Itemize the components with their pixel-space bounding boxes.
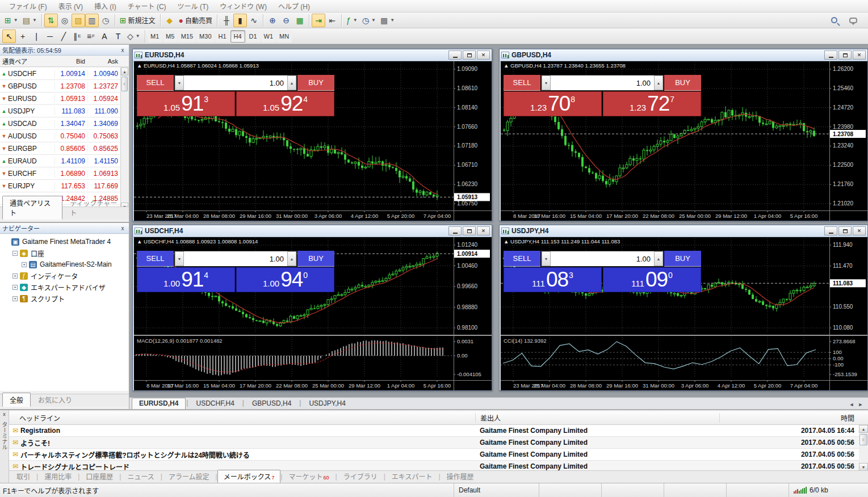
terminal-tab-8[interactable]: エキスパート [385,470,439,483]
horizontal-line-button[interactable]: ─ [43,30,57,43]
terminal-tab-9[interactable]: 操作履歴 [441,470,480,483]
autotrading-button[interactable]: ●自動売買 [177,14,215,27]
tab-scroll-right-icon[interactable]: ► [857,402,865,407]
column-time[interactable]: 時間 [719,413,868,423]
tree-item-1[interactable]: −◈口座 [0,247,128,259]
community-chat-icon[interactable] [846,14,860,27]
crosshair-button[interactable]: + [16,30,30,43]
bar-chart-button[interactable]: ╫ [220,14,233,27]
zoom-out-button[interactable]: ⊖ [279,14,293,27]
metaeditor-button[interactable]: ◆ [163,14,177,27]
timeframe-h4[interactable]: H4 [230,30,245,43]
close-icon[interactable]: x [119,47,127,53]
tab-scroll-left-icon[interactable]: ◄ [848,402,856,407]
buy-button[interactable]: BUY [297,251,334,267]
market-watch-row-eurgbp[interactable]: ▼EURGBP0.856050.85625 [0,142,121,155]
buy-price[interactable]: 111090 [603,267,701,292]
mail-row-1[interactable]: ✉ようこそ!Gaitame Finest Company Limited2017… [9,437,859,449]
expand-icon[interactable]: + [12,273,18,279]
timeframe-mn[interactable]: MN [276,30,292,43]
chart-tab-gbpusd[interactable]: GBPUSD,H4 [245,398,299,409]
templates-button[interactable]: ▩▼ [378,14,397,27]
window-title-bar[interactable]: USDCHF,H4✕ [133,225,492,237]
scroll-thumb[interactable]: ≡ [121,77,128,91]
terminal-tab-2[interactable]: 口座履歴 [79,470,119,483]
column-sender[interactable]: 差出人 [475,413,719,423]
mail-row-0[interactable]: ✉RegistrationGaitame Finest Company Limi… [9,425,859,437]
status-profile[interactable]: Default [454,483,539,497]
text-button[interactable]: A [98,30,111,43]
window-title-bar[interactable]: GBPUSD,H4✕ [500,49,867,61]
volume-up-icon[interactable]: ▲ [287,75,296,90]
chart-body[interactable]: 8 Mar 201710 Mar 16:0015 Mar 04:0017 Mar… [501,61,866,220]
timeframe-m30[interactable]: M30 [196,30,214,43]
menu-item-3[interactable]: チャート (C) [122,0,172,12]
market-watch-row-euraud[interactable]: ▲EURAUD1.411091.41150 [0,155,121,167]
periods-button[interactable]: ◷▼ [360,14,378,27]
terminal-tab-7[interactable]: ライブラリ [337,470,384,483]
sell-button[interactable]: SELL [504,251,540,267]
volume-up-icon[interactable]: ▲ [287,251,296,266]
close-button[interactable]: ✕ [853,226,866,235]
menu-item-5[interactable]: ウィンドウ (W) [214,0,272,12]
volume-down-icon[interactable]: ▼ [542,75,551,90]
expand-icon[interactable]: + [12,285,18,290]
restore-button[interactable] [838,226,852,235]
search-icon[interactable] [827,14,841,27]
volume-input[interactable] [551,251,654,266]
navigator-tab-0[interactable]: 全般 [2,393,31,407]
buy-button[interactable]: BUY [297,75,334,91]
candlestick-chart-button[interactable]: ▮ [233,14,247,27]
menu-item-4[interactable]: ツール (T) [172,0,215,12]
tile-windows-button[interactable]: ▦ [293,14,307,27]
volume-input[interactable] [184,251,287,266]
terminal-tab-1[interactable]: 運用比率 [38,470,78,483]
chart-body[interactable]: 23 Mar 201725 Mar 04:0028 Mar 08:0029 Ma… [134,61,490,220]
navigator-tab-1[interactable]: お気に入り [31,393,79,407]
collapse-icon[interactable]: − [12,251,18,256]
restore-button[interactable] [463,50,476,60]
equidistant-channel-button[interactable]: ∥E [70,30,84,43]
close-button[interactable]: ✕ [477,50,490,60]
market-watch-row-usdcad[interactable]: ▲USDCAD1.340471.34069 [0,117,121,130]
buy-price[interactable]: 1.23727 [603,91,701,116]
terminal-tab-5[interactable]: メールボックス7 [217,470,281,483]
mail-row-2[interactable]: ✉バーチャルホスティング標準搭載?ロボットとシグナルは24時間戦い続けるGait… [9,449,859,461]
minimize-button[interactable] [448,50,462,60]
tree-item-3[interactable]: +ƒインディケータ [0,270,128,281]
menu-item-1[interactable]: 表示 (V) [53,0,89,12]
timeframe-m5[interactable]: M5 [163,30,178,43]
chart-shift-button[interactable]: ⇤ [325,14,339,27]
market-watch-row-eurjpy[interactable]: ▼EURJPY117.653117.669 [0,180,121,192]
timeframe-h1[interactable]: H1 [215,30,230,43]
sell-price[interactable]: 1.05913 [137,91,235,116]
market-watch-row-eurusd[interactable]: ▼EURUSD1.059131.05924 [0,92,121,105]
scroll-thumb[interactable]: ≡ [859,434,867,445]
column-headline[interactable]: ヘッドライン [9,413,475,423]
expand-icon[interactable]: + [22,262,27,267]
market-watch-row-usdjpy[interactable]: ▲USDJPY111.083111.090 [0,105,121,117]
tree-item-0[interactable]: ▣Gaitame Finest MetaTrader 4 [0,236,128,247]
volume-down-icon[interactable]: ▼ [175,251,184,266]
close-icon[interactable]: x [0,410,9,417]
buy-price[interactable]: 1.05924 [236,91,334,116]
trendline-button[interactable]: ╱ [57,30,70,43]
cursor-button[interactable]: ↖ [2,30,16,43]
tree-item-5[interactable]: +¶スクリプト [0,293,128,304]
tree-item-4[interactable]: +◆エキスパートアドバイザ [0,281,128,293]
buy-button[interactable]: BUY [664,75,701,91]
line-chart-button[interactable]: ∿ [247,14,261,27]
chart-tab-eurusd[interactable]: EURUSD,H4 [132,398,186,409]
terminal-tab-6[interactable]: マーケット60 [283,470,336,483]
volume-down-icon[interactable]: ▼ [175,75,184,90]
buy-button[interactable]: BUY [664,251,701,267]
menu-item-6[interactable]: ヘルプ (H) [272,0,316,12]
chart-tab-usdjpy[interactable]: USDJPY,H4 [301,398,353,409]
terminal-tab-4[interactable]: アラーム設定 [162,470,216,483]
market-watch-row-audusd[interactable]: ▼AUDUSD0.750400.75063 [0,130,121,142]
restore-button[interactable] [838,50,852,60]
market-watch-row-gbpusd[interactable]: ▼GBPUSD1.237081.23727 [0,80,121,92]
timeframe-w1[interactable]: W1 [261,30,276,43]
market-watch-tab-0[interactable]: 通貨ペアリスト [2,196,62,220]
fibonacci-button[interactable]: ≡F [84,30,98,43]
